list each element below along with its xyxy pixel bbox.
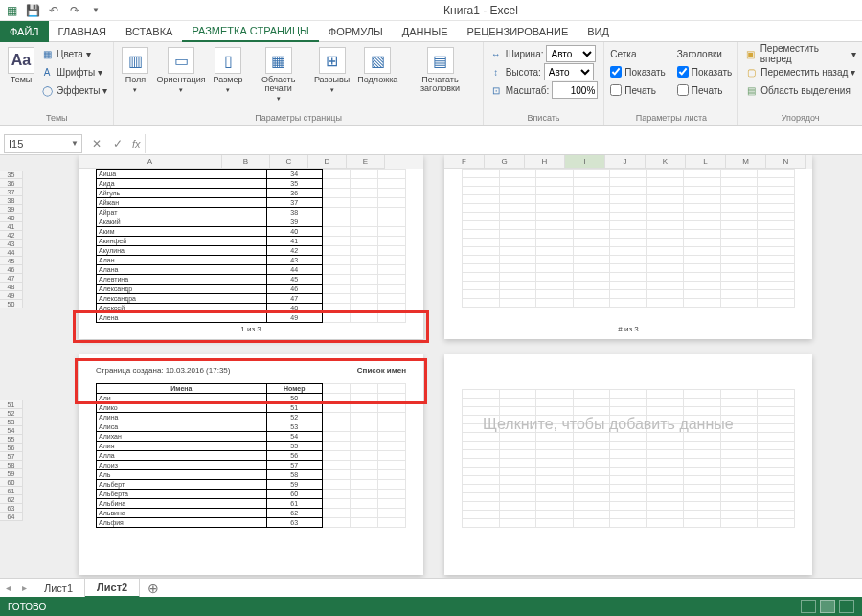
view-controls xyxy=(801,600,854,613)
highlight-box-2 xyxy=(75,358,427,404)
qat-dropdown-icon[interactable]: ▼ xyxy=(88,3,103,18)
bring-forward-icon: ▣ xyxy=(744,47,757,60)
group-scale-to-fit: ↔Ширина:Авто ↕Высота:Авто ⊡Масштаб: Впис… xyxy=(484,42,605,125)
namebox-dropdown-icon[interactable]: ▼ xyxy=(71,139,81,148)
ribbon: Aa Темы ▦Цвета ▾ AШрифты ▾ ◯Эффекты ▾ Те… xyxy=(0,42,862,126)
background-button[interactable]: ▧Подложка xyxy=(355,45,399,86)
size-icon: ▯ xyxy=(215,47,241,74)
tab-review[interactable]: РЕЦЕНЗИРОВАНИЕ xyxy=(457,21,578,42)
redo-icon[interactable]: ↷ xyxy=(67,3,82,18)
add-sheet-button[interactable]: ⊕ xyxy=(140,581,167,596)
quick-access-toolbar: ▦ 💾 ↶ ↷ ▼ xyxy=(4,3,103,18)
group-themes: Aa Темы ▦Цвета ▾ AШрифты ▾ ◯Эффекты ▾ Те… xyxy=(0,42,114,125)
sheet-tab-2[interactable]: Лист2 xyxy=(85,579,140,598)
tab-home[interactable]: ГЛАВНАЯ xyxy=(49,21,116,42)
highlight-box-1 xyxy=(73,310,429,343)
background-icon: ▧ xyxy=(364,47,391,74)
status-text: ГОТОВО xyxy=(8,602,46,612)
name-box[interactable]: I15▼ xyxy=(4,134,82,153)
fx-button[interactable]: fx xyxy=(128,138,145,149)
send-backward-button[interactable]: ▢Переместить назад ▾ xyxy=(744,63,856,80)
group-page-setup: ▥Поля▾ ▭Ориентация▾ ▯Размер▾ ▦Область пе… xyxy=(114,42,483,125)
tab-data[interactable]: ДАННЫЕ xyxy=(393,21,458,42)
height-icon: ↕ xyxy=(489,65,503,79)
print-area-button[interactable]: ▦Область печати▾ xyxy=(249,45,308,104)
bring-forward-button[interactable]: ▣Переместить вперед ▾ xyxy=(744,45,856,62)
width-select[interactable]: Авто xyxy=(546,45,596,62)
breaks-button[interactable]: ⊞Разрывы▾ xyxy=(312,45,352,96)
send-backward-icon: ▢ xyxy=(744,65,758,79)
row-headers[interactable]: 35363738394041424344454647484950 xyxy=(0,171,23,308)
status-bar: ГОТОВО xyxy=(0,597,862,616)
orientation-icon: ▭ xyxy=(168,47,194,74)
headings-show-checkbox[interactable] xyxy=(677,66,689,78)
empty-grid[interactable] xyxy=(462,389,795,528)
formula-input[interactable] xyxy=(145,134,862,153)
cancel-icon[interactable]: ✕ xyxy=(86,137,107,150)
sheet-nav-next[interactable]: ▸ xyxy=(16,582,33,593)
tab-view[interactable]: ВИД xyxy=(578,21,619,42)
themes-button[interactable]: Aa Темы xyxy=(6,45,36,86)
page-layout-view-button[interactable] xyxy=(820,600,835,613)
orientation-button[interactable]: ▭Ориентация▾ xyxy=(154,45,207,96)
confirm-icon[interactable]: ✓ xyxy=(107,137,128,150)
size-button[interactable]: ▯Размер▾ xyxy=(212,45,245,96)
grid-show-checkbox[interactable] xyxy=(610,66,622,78)
tab-file[interactable]: ФАЙЛ xyxy=(0,21,49,42)
width-icon: ↔ xyxy=(489,47,503,60)
print-titles-icon: ▤ xyxy=(427,47,454,74)
names-table-2[interactable]: ИменаНомер Али50Алико51Алина52Алиса53Али… xyxy=(96,383,406,528)
row-headers[interactable]: 5152535455565758596061626364 xyxy=(0,400,23,521)
fonts-button[interactable]: AШрифты ▾ xyxy=(40,63,107,80)
selection-pane-button[interactable]: ▤Область выделения xyxy=(744,81,856,99)
scale-input[interactable] xyxy=(552,81,598,99)
page-3[interactable]: 123456789101112131415161718 FGHIJKLMN # … xyxy=(444,155,812,339)
column-headers[interactable]: FGHIJKLMN xyxy=(444,155,812,169)
normal-view-button[interactable] xyxy=(801,600,816,613)
colors-button[interactable]: ▦Цвета ▾ xyxy=(40,45,107,62)
title-bar: ▦ 💾 ↶ ↷ ▼ Книга1 - Excel xyxy=(0,0,862,21)
formula-bar: I15▼ ✕ ✓ fx xyxy=(0,132,862,155)
effects-icon: ◯ xyxy=(40,83,54,97)
tab-formulas[interactable]: ФОРМУЛЫ xyxy=(319,21,393,42)
themes-icon: Aa xyxy=(8,47,34,74)
scale-icon: ⊡ xyxy=(489,83,503,97)
page-4[interactable]: Щелкните, чтобы добавить данные xyxy=(444,354,812,575)
tab-insert[interactable]: ВСТАВКА xyxy=(116,21,182,42)
page-break-view-button[interactable] xyxy=(839,600,854,613)
effects-button[interactable]: ◯Эффекты ▾ xyxy=(40,81,107,99)
breaks-icon: ⊞ xyxy=(319,47,346,74)
group-arrange: ▣Переместить вперед ▾ ▢Переместить назад… xyxy=(738,42,862,125)
excel-icon: ▦ xyxy=(4,3,19,18)
margins-icon: ▥ xyxy=(122,47,148,74)
ribbon-tabs: ФАЙЛ ГЛАВНАЯ ВСТАВКА РАЗМЕТКА СТРАНИЦЫ Ф… xyxy=(0,21,862,42)
sheet-tabs: ◂ ▸ Лист1 Лист2 ⊕ xyxy=(0,578,862,597)
selection-pane-icon: ▤ xyxy=(744,83,758,97)
sheet-tab-1[interactable]: Лист1 xyxy=(33,579,85,598)
grid-print-checkbox[interactable] xyxy=(610,84,622,96)
page-footer: # из 3 xyxy=(444,325,812,333)
group-sheet-options: Сетка Показать Печать Заголовки Показать… xyxy=(604,42,738,125)
margins-button[interactable]: ▥Поля▾ xyxy=(120,45,150,96)
headings-print-checkbox[interactable] xyxy=(677,84,689,96)
undo-icon[interactable]: ↶ xyxy=(46,3,61,18)
print-titles-button[interactable]: ▤Печатать заголовки xyxy=(403,45,476,95)
fonts-icon: A xyxy=(40,65,54,79)
sheet-nav-prev[interactable]: ◂ xyxy=(0,582,16,593)
height-select[interactable]: Авто xyxy=(544,63,594,80)
colors-icon: ▦ xyxy=(40,47,54,60)
column-headers[interactable]: ABCDE xyxy=(79,155,423,169)
window-title: Книга1 - Excel xyxy=(103,4,858,17)
names-table[interactable]: Аиша34Аида35Айгуль36Айжан37Айрат38Акакий… xyxy=(96,169,406,323)
tab-page-layout[interactable]: РАЗМЕТКА СТРАНИЦЫ xyxy=(182,21,318,42)
save-icon[interactable]: 💾 xyxy=(25,3,40,18)
workspace: 35363738394041424344454647484950 5152535… xyxy=(0,155,862,578)
empty-grid[interactable] xyxy=(462,169,795,308)
print-area-icon: ▦ xyxy=(265,47,292,74)
